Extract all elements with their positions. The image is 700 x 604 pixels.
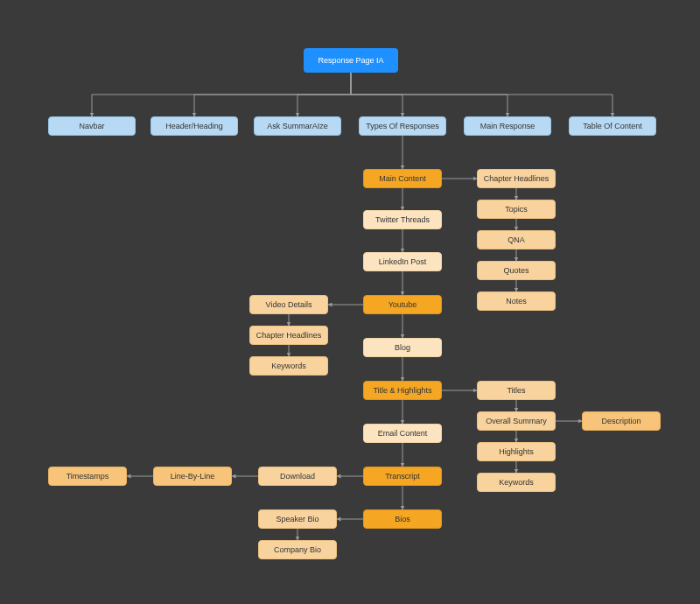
node-titles[interactable]: Titles xyxy=(477,381,556,400)
node-chapterhead[interactable]: Chapter Headlines xyxy=(477,169,556,188)
node-header[interactable]: Header/Heading xyxy=(150,116,238,136)
node-root[interactable]: Response Page IA xyxy=(304,48,398,73)
node-videodetails[interactable]: Video Details xyxy=(249,295,328,314)
node-transcript[interactable]: Transcript xyxy=(363,467,442,486)
node-quotes[interactable]: Quotes xyxy=(477,261,556,280)
node-timestamps[interactable]: Timestamps xyxy=(48,467,127,486)
node-companybio[interactable]: Company Bio xyxy=(258,540,337,559)
node-blog[interactable]: Blog xyxy=(363,338,442,357)
node-overall[interactable]: Overall Summary xyxy=(477,411,556,431)
node-youtube[interactable]: Youtube xyxy=(363,295,442,314)
node-keywords1[interactable]: Keywords xyxy=(249,356,328,376)
node-types[interactable]: Types Of Responses xyxy=(359,116,446,136)
node-maincontent[interactable]: Main Content xyxy=(363,169,442,188)
node-ask[interactable]: Ask SummarAIze xyxy=(254,116,341,136)
node-speakerbio[interactable]: Speaker Bio xyxy=(258,509,337,529)
edges-layer xyxy=(0,0,700,604)
diagram-canvas: Response Page IANavbarHeader/HeadingAsk … xyxy=(0,0,700,604)
node-keywords2[interactable]: Keywords xyxy=(477,473,556,492)
node-qna[interactable]: QNA xyxy=(477,230,556,249)
node-lbl[interactable]: Line-By-Line xyxy=(153,467,232,486)
node-topics[interactable]: Topics xyxy=(477,200,556,219)
node-mainresp[interactable]: Main Response xyxy=(464,116,551,136)
node-description[interactable]: Description xyxy=(582,411,661,431)
node-navbar[interactable]: Navbar xyxy=(48,116,136,136)
node-email[interactable]: Email Content xyxy=(363,424,442,443)
node-notes[interactable]: Notes xyxy=(477,291,556,311)
node-toc[interactable]: Table Of Content xyxy=(569,116,656,136)
node-chapterhead2[interactable]: Chapter Headlines xyxy=(249,326,328,345)
node-twitter[interactable]: Twitter Threads xyxy=(363,210,442,229)
node-download[interactable]: Download xyxy=(258,467,337,486)
node-highlights[interactable]: Highlights xyxy=(477,442,556,461)
node-title_hl[interactable]: Title & Highlights xyxy=(363,381,442,400)
node-bios[interactable]: Bios xyxy=(363,509,442,529)
node-linkedin[interactable]: LinkedIn Post xyxy=(363,252,442,271)
